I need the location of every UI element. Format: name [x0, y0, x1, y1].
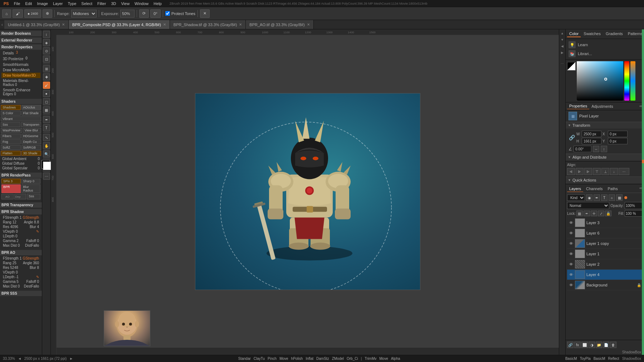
external-renderer[interactable]: External Renderer: [0, 38, 42, 43]
stamp-tool[interactable]: ●: [43, 90, 50, 97]
vibrant[interactable]: Vibrant: [1, 116, 41, 121]
mode-pinch[interactable]: Pinch: [268, 357, 277, 361]
arrow-prev[interactable]: ◄: [18, 357, 21, 361]
mode-toyplan[interactable]: ToyPla: [580, 357, 591, 361]
bpr-btn[interactable]: BPR: [1, 184, 21, 193]
menu-help[interactable]: Help: [151, 1, 164, 6]
canvas-content[interactable]: [57, 35, 559, 348]
mode-zmodel[interactable]: ZModel: [332, 357, 344, 361]
tab-untitled-close[interactable]: ✕: [62, 23, 65, 26]
transform-collapse[interactable]: ▼ Transform: [566, 122, 644, 129]
layer-mask-btn[interactable]: ⬜: [581, 342, 588, 348]
fog[interactable]: Fog: [1, 139, 21, 144]
tab-composite[interactable]: BPR_Composite.PSD @ 33.3% (Layer 4, RGB/…: [69, 20, 170, 29]
smooth-enhance[interactable]: Smooth Enhance Edges 0: [1, 87, 40, 97]
lock-all-btn[interactable]: 🔒: [605, 211, 611, 216]
eyedropper-tool[interactable]: ⊞: [43, 65, 50, 72]
menu-select[interactable]: Select: [79, 1, 94, 6]
align-top-btn[interactable]: ⊤: [593, 168, 601, 175]
w-input[interactable]: [582, 131, 601, 137]
layer-adj-btn[interactable]: ◑: [589, 342, 595, 348]
shader-shadows[interactable]: Shadows: [1, 105, 21, 110]
ao-btn[interactable]: AO: [1, 194, 14, 199]
range-select[interactable]: Midtones Shadows Highlights: [71, 10, 97, 18]
tab-untitled[interactable]: Untitled-1 @ 33.3% (Gray/8#) ✕: [4, 20, 69, 29]
flip-h-btn[interactable]: ↔: [593, 146, 599, 152]
menu-view[interactable]: View: [119, 1, 132, 6]
adjustments-tab[interactable]: Adjustments: [589, 103, 615, 109]
mode-alpha[interactable]: Alpha: [391, 357, 400, 361]
brush-tool[interactable]: 🖌: [43, 82, 50, 89]
protect-tones-checkbox[interactable]: [165, 11, 170, 16]
align-right-btn[interactable]: ⫸: [584, 168, 592, 175]
transform-tool[interactable]: ⤡: [43, 134, 50, 141]
bpr-renderpass-header[interactable]: BPR RenderPass: [0, 173, 42, 178]
mat-blend[interactable]: Materials Blend-Radius 0: [1, 78, 40, 87]
3d-shade[interactable]: 3D Shade: [21, 151, 42, 156]
angle-input[interactable]: [574, 146, 591, 152]
layer-1-vis[interactable]: 👁: [569, 251, 574, 256]
tab-shadow[interactable]: BPR_Shadow.tif @ 33.3% (Gray/8#) ✕: [170, 20, 246, 29]
eraser-tool[interactable]: ◻: [43, 98, 50, 105]
lock-artboard-btn[interactable]: ⤤: [598, 211, 604, 216]
tabs-left-btn[interactable]: ‹: [0, 22, 4, 27]
blend-mode-select[interactable]: Normal: [567, 202, 609, 209]
menu-edit[interactable]: Edit: [23, 1, 34, 6]
hue-bar[interactable]: [624, 61, 629, 101]
menu-window[interactable]: Window: [132, 1, 151, 6]
alpha-bar[interactable]: [630, 61, 635, 101]
mode-hpolish[interactable]: hPolish: [291, 357, 303, 361]
mode-move2[interactable]: Move: [379, 357, 388, 361]
mode-basicm[interactable]: BasicM: [565, 357, 577, 361]
tab-composite-close[interactable]: ✕: [163, 23, 166, 26]
mode-orb[interactable]: Orb_Ci: [347, 357, 358, 361]
text-tool[interactable]: T: [43, 124, 50, 131]
layer-fx-btn[interactable]: fx: [574, 342, 581, 348]
flip-v-btn[interactable]: ↕: [601, 146, 607, 152]
flatten[interactable]: Flatten: [1, 151, 21, 156]
menu-filter[interactable]: Filter: [95, 1, 108, 6]
bpr-transparency-header[interactable]: BPR Transparency: [0, 202, 42, 208]
fill-input[interactable]: [625, 210, 643, 217]
angle-btn2[interactable]: 0°: [150, 9, 161, 18]
layer-trash-btn[interactable]: 🗑: [610, 342, 616, 348]
sss[interactable]: Sss: [1, 122, 20, 127]
mode-reflect[interactable]: Reflect: [608, 357, 619, 361]
rsi-arrow-left[interactable]: ◀: [560, 44, 565, 49]
layer-item-6[interactable]: 👁 Layer 6: [567, 228, 643, 238]
layer-item-1-copy[interactable]: 👁 Layer 1 copy: [567, 238, 643, 249]
zoom-tool[interactable]: 🔍: [43, 150, 50, 158]
shaders-header[interactable]: Shaders: [0, 99, 42, 104]
align-more-btn[interactable]: ···: [619, 168, 629, 175]
color-gradient-picker[interactable]: [577, 61, 623, 101]
learn-item[interactable]: 💡 Learn: [567, 40, 643, 49]
bg-color-swatch[interactable]: [43, 161, 52, 170]
layer-item-2[interactable]: 👁 Layer 2: [567, 259, 643, 270]
layer-item-bg[interactable]: 👁 Background 🔒: [567, 280, 643, 290]
draw-micro[interactable]: Draw MicroMesh: [1, 67, 40, 73]
swatches-tab[interactable]: Swatches: [581, 31, 603, 37]
mode-damstz[interactable]: DamStz: [316, 357, 329, 361]
mode-standar[interactable]: Standar: [238, 357, 251, 361]
rsi-arrow-right[interactable]: ▶: [560, 50, 565, 55]
brush-size-button[interactable]: ● 2400: [24, 9, 42, 18]
render-properties-header[interactable]: Render Properties: [0, 44, 42, 50]
menu-3d[interactable]: 3D: [109, 1, 118, 6]
was-preview[interactable]: WasPreview: [1, 128, 22, 133]
select-tool[interactable]: ◈: [43, 39, 50, 46]
rsi-more[interactable]: …: [560, 60, 565, 65]
layer-1c-vis[interactable]: 👁: [569, 241, 574, 246]
lasso-tool[interactable]: ⊙: [43, 47, 50, 54]
align-center-v-btn[interactable]: ⊥: [601, 168, 609, 175]
layer-3-vis[interactable]: 👁: [569, 220, 574, 225]
menu-image[interactable]: Image: [35, 1, 50, 6]
align-center-h-btn[interactable]: ⫸: [576, 168, 584, 175]
heal-tool[interactable]: ✚: [43, 73, 50, 81]
layer-2-vis[interactable]: 👁: [569, 262, 574, 267]
mode-trimmv[interactable]: TrimMv: [365, 357, 376, 361]
channels-tab[interactable]: Channels: [584, 186, 605, 192]
sharp[interactable]: Sharp 0: [21, 179, 41, 184]
bpr-ao-header[interactable]: BPR AO: [0, 250, 42, 255]
move-tool[interactable]: ↕: [43, 31, 50, 38]
softrgb[interactable]: SoftRGB: [21, 145, 42, 150]
